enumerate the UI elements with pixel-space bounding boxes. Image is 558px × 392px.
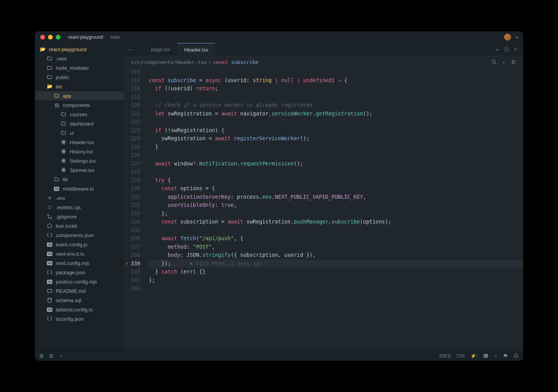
code-line[interactable]: const options = { (149, 184, 523, 193)
tree-item[interactable]: 📂src (35, 82, 124, 91)
project-root[interactable]: 📂 react-playground (35, 45, 124, 54)
code-line[interactable] (149, 284, 523, 293)
chat-icon[interactable] (503, 353, 508, 358)
react-icon (60, 139, 67, 145)
code-line[interactable]: await window?.Notification.requestPermis… (149, 160, 523, 168)
code-line[interactable]: }); ✎ Vinh Pham, 2 days ago (149, 260, 523, 268)
tree-item[interactable]: app (35, 91, 124, 100)
code-line[interactable]: const subscription = await swRegistratio… (149, 218, 523, 226)
people-icon[interactable] (49, 353, 54, 358)
code-line[interactable]: await fetch("/api/push", { (149, 234, 523, 243)
code-content[interactable]: const subscribe = async (userid: string … (146, 68, 523, 351)
tree-item[interactable]: courses (35, 110, 124, 119)
bell-icon[interactable] (513, 353, 518, 358)
svg-point-26 (512, 60, 513, 61)
sparkle-icon[interactable]: ✦ (502, 59, 505, 65)
tree-item[interactable]: schema.sql (35, 296, 124, 305)
tree-item[interactable]: .next (35, 54, 124, 63)
code-line[interactable]: userVisibleOnly: true, (149, 201, 523, 210)
code-editor[interactable]: 3163173183193203213223233243253263273283… (124, 68, 523, 351)
code-line[interactable]: try { (149, 176, 523, 185)
branch-name[interactable]: main (110, 34, 120, 40)
nav-back-icon[interactable]: ← (128, 46, 133, 53)
code-line[interactable]: } (149, 143, 523, 151)
tree-item[interactable]: Settings.tsx (35, 156, 124, 165)
tree-item[interactable]: ≡.env (35, 193, 124, 203)
tree-item[interactable]: components.json (35, 230, 124, 240)
close-icon[interactable] (40, 35, 45, 40)
settings-icon[interactable] (511, 59, 516, 65)
tree-item[interactable]: Header.tsx (35, 138, 124, 147)
code-line[interactable] (149, 226, 523, 235)
editor-tab[interactable]: page.tsx (144, 43, 177, 56)
react-icon (60, 149, 67, 154)
tree-item[interactable]: History.tsx (35, 147, 124, 156)
cursor-position[interactable]: 339:8 (439, 353, 451, 359)
tree-item[interactable]: dashboard (35, 119, 124, 128)
code-line[interactable] (149, 151, 523, 160)
copilot-icon[interactable]: ✧ (494, 353, 498, 359)
code-line[interactable]: } catch (err) {} (149, 268, 523, 276)
tree-item[interactable]: JSnext.config.mjs (35, 258, 124, 268)
minimize-icon[interactable] (48, 35, 53, 40)
check-icon[interactable]: ✓ (59, 353, 63, 359)
search-icon[interactable] (491, 59, 497, 65)
tree-item[interactable]: README.md (35, 286, 124, 296)
db-icon (46, 297, 53, 303)
split-icon[interactable]: ◫ (504, 46, 509, 53)
code-line[interactable]: swRegistration = await registerServiceWo… (149, 134, 523, 143)
project-name[interactable]: react-playground (68, 34, 103, 40)
tree-item[interactable]: TStailwind.config.ts (35, 305, 124, 314)
tree-item[interactable]: Spinner.tsx (35, 165, 124, 175)
tree-item[interactable]: lib (35, 175, 124, 184)
tree-item[interactable]: package.json (35, 268, 124, 277)
new-tab-icon[interactable]: ＋ (494, 46, 499, 53)
svg-line-22 (495, 63, 496, 64)
code-line[interactable] (149, 68, 523, 76)
tree-item[interactable]: .gitignore (35, 212, 124, 221)
editor-tab[interactable]: Header.tsx (177, 43, 215, 56)
tree-item-label: tailwind.config.ts (56, 307, 93, 313)
code-line[interactable]: let swRegistration = await navigator.ser… (149, 110, 523, 118)
avatar[interactable] (504, 34, 511, 41)
window-controls (40, 35, 60, 40)
code-line[interactable] (149, 168, 523, 176)
tree-item[interactable]: JSeslint.config.js (35, 240, 124, 249)
code-line[interactable] (149, 93, 523, 101)
code-line[interactable]: if (!userid) return; (149, 84, 523, 93)
code-line[interactable]: }; (149, 276, 523, 285)
tree-item-label: lib (63, 177, 68, 182)
terminal-icon[interactable] (483, 353, 488, 358)
tree-item[interactable]: JSpostcss.config.mjs (35, 277, 124, 286)
tree-item[interactable]: bun.lockb (35, 221, 124, 230)
tree-item-label: components.json (56, 232, 94, 238)
tree-item[interactable]: ▤components (35, 100, 124, 110)
tree-item[interactable]: ui (35, 128, 124, 138)
code-line[interactable] (149, 118, 523, 126)
language-mode[interactable]: TSX (456, 353, 465, 359)
nav-forward-icon[interactable]: → (135, 46, 140, 53)
format-icon[interactable]: ⚡⁞ (470, 353, 478, 359)
expand-icon[interactable]: ⤢ (513, 46, 518, 53)
chevron-down-icon[interactable]: ▾ (516, 35, 518, 40)
tree-item[interactable]: TSnext-env.d.ts (35, 249, 124, 258)
tree-item[interactable]: ⬡.eslintrc.cjs (35, 203, 124, 212)
code-line[interactable]: applicationServerKey: process.env.NEXT_P… (149, 193, 523, 201)
panel-icon[interactable]: ⊞ (40, 353, 43, 359)
tree-item[interactable]: node_modules (35, 63, 124, 72)
tree-item[interactable]: tsconfig.json (35, 314, 124, 323)
json-icon (46, 316, 53, 322)
json-icon (46, 270, 53, 275)
code-line[interactable]: }; (149, 210, 523, 218)
file-explorer[interactable]: 📂 react-playground .nextnode_modulespubl… (35, 43, 124, 351)
code-line[interactable]: if (!swRegistration) { (149, 126, 523, 135)
code-line[interactable]: body: JSON.stringify({ subscription, use… (149, 251, 523, 260)
code-line[interactable]: const subscribe = async (userid: string … (149, 76, 523, 85)
tree-item[interactable]: public (35, 72, 124, 82)
breadcrumb[interactable]: src/components/Header.tsx › const subscr… (124, 56, 523, 68)
code-line[interactable]: // check if a service worker is already … (149, 101, 523, 110)
maximize-icon[interactable] (56, 35, 60, 40)
svg-rect-31 (484, 354, 488, 358)
tree-item[interactable]: TSmiddleware.ts (35, 184, 124, 193)
code-line[interactable]: method: "POST", (149, 243, 523, 251)
